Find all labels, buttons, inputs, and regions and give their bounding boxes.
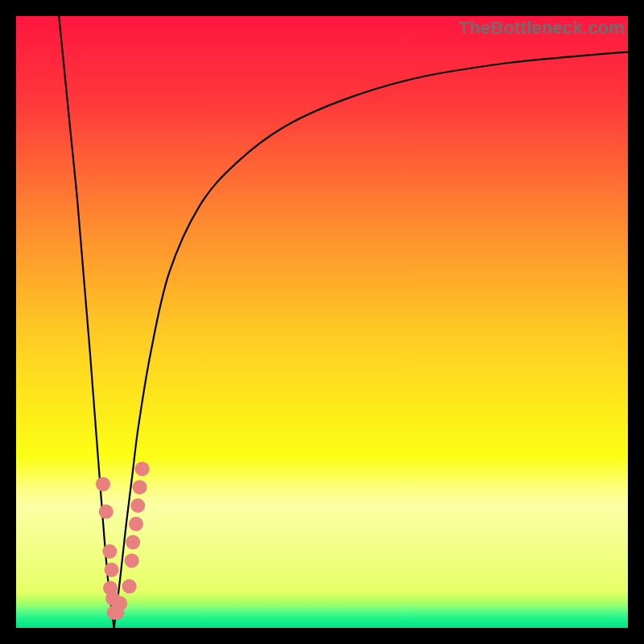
marker-point [122,579,137,593]
marker-point [99,505,114,519]
watermark-text: TheBottleneck.com [459,18,625,39]
marker-point [133,480,147,494]
marker-point [126,535,140,550]
marker-point [135,461,150,476]
marker-point [96,477,110,491]
marker-point [130,498,145,513]
chart-frame: TheBottleneck.com [16,16,628,628]
marker-point [105,563,119,577]
marker-point [102,544,117,559]
bottleneck-curve-chart [16,16,628,628]
marker-point [113,597,127,611]
marker-point [129,517,143,531]
marker-point [125,553,139,568]
